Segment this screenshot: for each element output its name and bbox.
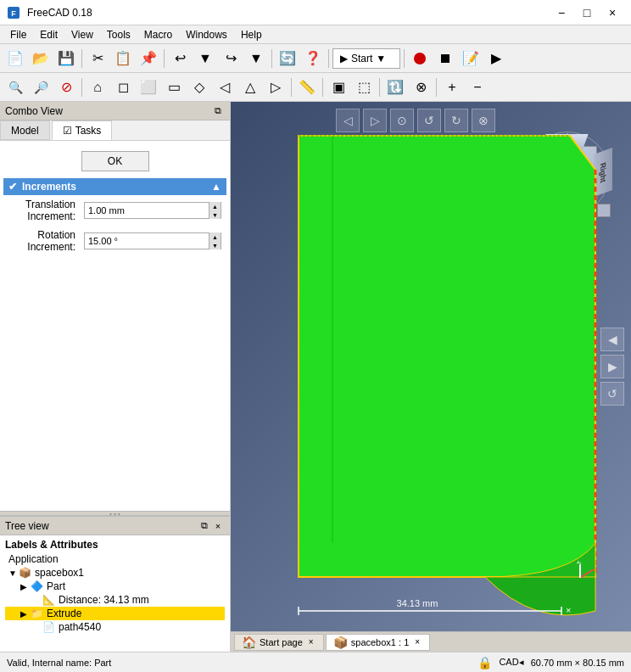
menu-tools[interactable]: Tools (100, 25, 137, 44)
dimensions-label: 60.70 mm × 80.15 mm (531, 658, 624, 668)
svg-text:Z: Z (577, 561, 582, 565)
menu-help[interactable]: Help (234, 25, 269, 44)
menu-edit[interactable]: Edit (33, 25, 64, 44)
help-button[interactable]: ❓ (301, 48, 325, 70)
stop-anim-button[interactable]: ⊗ (409, 76, 433, 98)
sep-5 (404, 49, 405, 68)
left-panel: Combo View ⧉ Model ☑ Tasks OK ✔ Incr (0, 102, 231, 652)
front-view-button[interactable]: ◻ (111, 76, 135, 98)
tab-model-label: Model (11, 125, 39, 137)
workbench-dropdown[interactable]: ▶ Start ▼ (332, 48, 400, 69)
right-view-button[interactable]: ▭ (162, 76, 186, 98)
run-macro-button[interactable]: ▶ (484, 48, 508, 70)
redo-button[interactable]: ↪ (219, 48, 243, 70)
tree-float-button[interactable]: ⧉ (198, 519, 211, 533)
spacebox1-icon: 📦 (19, 567, 31, 579)
left-view-button[interactable]: ▷ (264, 76, 288, 98)
paste-button[interactable]: 📌 (137, 48, 160, 70)
cut-button[interactable]: ✂ (86, 48, 109, 70)
side-nav-right[interactable]: ▶ (600, 355, 624, 378)
ok-button[interactable]: OK (81, 151, 149, 171)
menu-view[interactable]: View (64, 25, 100, 44)
tree-section: Labels & Attributes Application ▼ 📦 spac… (0, 535, 230, 637)
measure-button[interactable]: 📏 (295, 76, 319, 98)
toggle-part: ▶ (20, 582, 31, 591)
open-button[interactable]: 📂 (29, 48, 53, 70)
stop-macro-button[interactable]: ⏹ (433, 48, 457, 70)
redo-dropdown[interactable]: ▼ (244, 48, 268, 70)
save-button[interactable]: 💾 (54, 48, 78, 70)
menu-macro[interactable]: Macro (137, 25, 179, 44)
zoom-in-button[interactable]: + (440, 76, 464, 98)
sep-4 (328, 49, 329, 68)
record-macro-button[interactable] (408, 48, 432, 70)
sep-3 (271, 49, 272, 68)
view-nav-2[interactable]: ▷ (363, 109, 387, 132)
translation-value-input[interactable] (85, 203, 209, 218)
sync-view-button[interactable]: 🔃 (383, 76, 407, 98)
tree-item-path4540[interactable]: 📄 path4540 (5, 620, 225, 634)
rotation-value-input[interactable] (85, 233, 209, 249)
rotation-down[interactable]: ▼ (209, 241, 221, 249)
extrude-label: Extrude (47, 608, 81, 619)
fit-selection-button[interactable]: 🔎 (29, 76, 53, 98)
axo-view-button[interactable]: ◇ (187, 76, 211, 98)
undo-dropdown[interactable]: ▼ (193, 48, 217, 70)
minimize-button[interactable]: − (550, 4, 573, 21)
workbench-label: Start (351, 53, 372, 64)
spacebox1-tab-close[interactable]: × (412, 637, 422, 647)
tab-model[interactable]: Model (0, 120, 50, 140)
rotation-up[interactable]: ▲ (209, 232, 221, 241)
new-button[interactable]: 📄 (3, 48, 27, 70)
side-nav-left[interactable]: ◀ (600, 328, 624, 351)
view-nav-3[interactable]: ⊙ (390, 109, 414, 132)
collapse-icon[interactable]: ▲ (211, 181, 221, 193)
back-view-button[interactable]: ◁ (213, 76, 237, 98)
tab-spacebox1[interactable]: 📦 spacebox1 : 1 × (326, 634, 431, 651)
translation-up[interactable]: ▲ (209, 202, 221, 210)
tree-view-header: Tree view ⧉ × (0, 517, 230, 535)
tree-item-distance[interactable]: 📐 Distance: 34.13 mm (5, 593, 225, 607)
side-nav-sync[interactable]: ↺ (600, 382, 624, 406)
tab-tasks[interactable]: ☑ Tasks (52, 120, 113, 140)
rotation-input[interactable]: ▲ ▼ (84, 232, 221, 249)
zoom-out-button[interactable]: − (466, 76, 489, 98)
close-button[interactable]: × (600, 4, 624, 21)
translation-down[interactable]: ▼ (209, 210, 221, 219)
increments-header[interactable]: ✔ Increments ▲ (3, 178, 226, 195)
bottom-view-button[interactable]: △ (238, 76, 262, 98)
tree-item-extrude[interactable]: ▶ 📁 Extrude (5, 607, 225, 620)
refresh-button[interactable]: 🔄 (276, 48, 299, 70)
viewport[interactable]: ▲ ▼ ◀ ▶ Top Right (231, 102, 631, 631)
translation-input[interactable]: ▲ ▼ (84, 202, 221, 219)
edit-macro-button[interactable]: 📝 (459, 48, 483, 70)
menu-windows[interactable]: Windows (179, 25, 234, 44)
start-page-close[interactable]: × (306, 637, 316, 647)
box-zoom-button[interactable]: ⬚ (352, 76, 376, 98)
sep-v-3 (322, 78, 323, 97)
box-select-button[interactable]: ▣ (327, 76, 350, 98)
view-nav-x[interactable]: ⊗ (472, 109, 495, 132)
tree-item-part[interactable]: ▶ 🔷 Part (5, 580, 225, 593)
view-nav-5[interactable]: ↻ (444, 109, 468, 132)
draw-style-button[interactable]: ⊘ (54, 76, 78, 98)
svg-text:34.13 mm: 34.13 mm (397, 598, 438, 608)
path4540-icon: 📄 (42, 621, 55, 633)
combo-float-button[interactable]: ⧉ (211, 104, 225, 118)
fit-all-button[interactable]: 🔍 (3, 76, 27, 98)
top-view-button[interactable]: ⬜ (137, 76, 160, 98)
maximize-button[interactable]: □ (575, 4, 599, 21)
menu-file[interactable]: File (3, 25, 33, 44)
statusbar: Valid, Internal name: Part 🔒 CAD◂ 60.70 … (0, 652, 631, 672)
undo-button[interactable]: ↩ (168, 48, 192, 70)
workbench-arrow: ▼ (376, 53, 386, 64)
view-nav-4[interactable]: ↺ (417, 109, 441, 132)
view-nav-1[interactable]: ◁ (336, 109, 360, 132)
sep-1 (81, 49, 82, 68)
start-page-icon: 🏠 (242, 636, 256, 649)
tree-close-button[interactable]: × (211, 519, 225, 533)
home-view-button[interactable]: ⌂ (86, 76, 109, 98)
copy-button[interactable]: 📋 (111, 48, 135, 70)
tree-item-spacebox1[interactable]: ▼ 📦 spacebox1 (5, 566, 225, 580)
tab-start-page[interactable]: 🏠 Start page × (234, 634, 324, 651)
